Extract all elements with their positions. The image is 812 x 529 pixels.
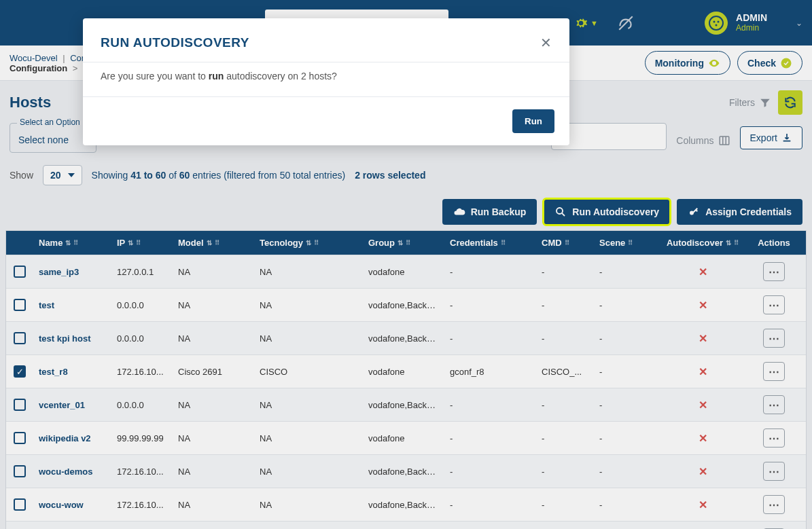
autodiscovery-modal: RUN AUTODISCOVERY ✕ Are you sure you wan… — [83, 18, 569, 145]
modal-body: Are you sure you want to run autodiscove… — [83, 62, 569, 97]
modal-run-button[interactable]: Run — [512, 109, 554, 133]
modal-title: RUN AUTODISCOVERY — [101, 35, 249, 50]
modal-run-label: Run — [525, 116, 542, 126]
close-icon[interactable]: ✕ — [540, 35, 552, 51]
